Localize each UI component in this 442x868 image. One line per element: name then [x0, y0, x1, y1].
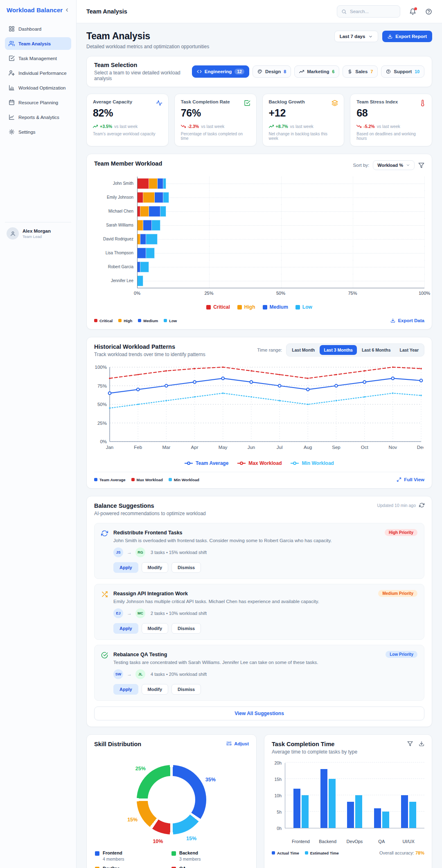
adjust-button[interactable]: Adjust	[226, 741, 249, 746]
dismiss-button[interactable]: Dismiss	[171, 623, 201, 634]
dashboard-icon	[9, 26, 15, 32]
legend-label: Critical	[99, 318, 113, 323]
legend-item-team-average[interactable]: Team Average	[185, 460, 228, 466]
legend-label: Critical	[213, 304, 230, 310]
time-range-last-year[interactable]: Last Year	[395, 345, 423, 355]
dismiss-button[interactable]: Dismiss	[171, 684, 201, 695]
modify-button[interactable]: Modify	[142, 623, 168, 634]
bar-segment-low	[146, 234, 158, 244]
sidebar-item-workload-optimization[interactable]: Workload Optimization	[5, 81, 71, 94]
arrow-right-icon: →	[127, 610, 132, 616]
view-all-suggestions-button[interactable]: View All Suggestions	[94, 707, 424, 720]
bar-segment-low	[140, 262, 149, 272]
estimated-time-bar	[355, 795, 362, 828]
legend-item-max-workload[interactable]: Max Workload	[237, 460, 282, 466]
refresh-icon[interactable]	[419, 502, 424, 508]
team-buttons: Engineering12Design8Marketing6Sales7Supp…	[192, 65, 424, 78]
team-button-support[interactable]: Support10	[381, 65, 424, 78]
sidebar-item-resource-planning[interactable]: Resource Planning	[5, 96, 71, 109]
modify-button[interactable]: Modify	[142, 562, 168, 573]
metric-delta-value: +3.5%	[100, 124, 112, 129]
bar-segment-low	[163, 193, 169, 203]
x-tick-label: UI/UX	[395, 839, 422, 844]
x-tick-label: 25%	[204, 291, 213, 296]
metric-card: Task Completion Rate76%-2.3%vs last week…	[174, 94, 257, 146]
sidebar-item-individual-performance[interactable]: Individual Performance	[5, 67, 71, 79]
team-button-design[interactable]: Design8	[253, 65, 291, 78]
suggestion-title: Redistribute Frontend Tasks	[113, 530, 183, 536]
sort-select[interactable]: Workload %	[373, 160, 415, 170]
x-tick-label: 75%	[348, 291, 357, 296]
member-chip-to: RG	[135, 547, 145, 557]
legend-swatch	[305, 851, 308, 855]
date-range-select[interactable]: Last 7 days	[334, 31, 379, 42]
search-input[interactable]	[350, 9, 396, 14]
skill-legend: Frontend4 membersBackend3 membersDevOps2…	[94, 850, 249, 868]
x-tick-label: DevOps	[341, 839, 368, 844]
team-name: Support	[394, 69, 412, 74]
x-tick-label: Frontend	[287, 839, 314, 844]
sidebar-collapse-icon[interactable]	[64, 7, 70, 13]
apply-button[interactable]: Apply	[113, 562, 138, 573]
sidebar-item-settings[interactable]: Settings	[5, 126, 71, 138]
mini-legend-item: Low	[164, 318, 177, 323]
actual-time-bar	[320, 769, 327, 828]
filter-icon[interactable]	[418, 162, 424, 168]
suggestion-shift-info: 3 tasks • 15% workload shift	[151, 550, 207, 555]
workload-bar-track	[137, 232, 424, 246]
team-selection-card: Team Selection Select a team to view det…	[86, 56, 432, 87]
dismiss-button[interactable]: Dismiss	[171, 562, 201, 573]
modify-button[interactable]: Modify	[142, 684, 168, 695]
legend-item-min-workload[interactable]: Min Workload	[291, 460, 334, 466]
mini-legend-item: Estimated Time	[305, 851, 339, 855]
suggestion-body: Reassign API Integration WorkMedium Prio…	[113, 590, 417, 634]
metric-delta-value: -5.2%	[363, 124, 374, 129]
legend-swatch	[95, 851, 99, 856]
team-member-workload-card: Team Member Workload Sort by: Workload %…	[86, 154, 432, 330]
suggestion-actions: ApplyModifyDismiss	[113, 562, 417, 573]
sidebar-item-dashboard[interactable]: Dashboard	[5, 22, 71, 35]
bar-segment-critical	[138, 179, 149, 189]
search-box[interactable]	[337, 5, 400, 18]
notification-dot	[414, 7, 417, 10]
suggestion-description: Testing tasks are concentrated with Sara…	[113, 660, 417, 665]
sidebar-item-team-analysis[interactable]: Team Analysis	[5, 37, 71, 50]
metric-card: Backlog Growth+12+8.7%vs last weekNet ch…	[262, 94, 345, 146]
metric-value: +12	[269, 107, 338, 119]
full-view-link[interactable]: Full View	[397, 477, 424, 482]
svg-text:May: May	[219, 445, 228, 450]
sidebar-item-label: Individual Performance	[18, 71, 67, 76]
notifications-bell-icon[interactable]	[409, 8, 416, 15]
sidebar-item-task-management[interactable]: Task Management	[5, 52, 71, 65]
download-icon[interactable]	[419, 741, 424, 747]
download-icon	[390, 318, 395, 323]
team-button-engineering[interactable]: Engineering12	[192, 65, 249, 78]
bar-group-frontend	[293, 789, 309, 828]
suggestion-meta: JS→RG3 tasks • 15% workload shift	[113, 547, 417, 557]
legend-label: High	[124, 318, 132, 323]
time-range-last-month[interactable]: Last Month	[288, 345, 319, 355]
sidebar-item-reports-analytics[interactable]: Reports & Analytics	[5, 111, 71, 123]
export-report-button[interactable]: Export Report	[382, 31, 432, 42]
suggestion-actions: ApplyModifyDismiss	[113, 623, 417, 634]
legend-label: Actual Time	[277, 851, 299, 855]
accuracy-value: 78%	[415, 850, 424, 855]
apply-button[interactable]: Apply	[113, 684, 138, 695]
svg-text:Nov: Nov	[389, 445, 397, 450]
team-name: Design	[265, 69, 281, 74]
sidebar-user[interactable]: Alex Morgan Team Lead	[5, 222, 71, 240]
team-selection-subtitle: Select a team to view detailed workload …	[94, 70, 192, 81]
help-icon[interactable]	[425, 8, 432, 15]
team-button-marketing[interactable]: Marketing6	[294, 65, 339, 78]
filter-icon[interactable]	[407, 741, 413, 747]
workload-bar-track	[137, 218, 424, 232]
donut-percent-label: 10%	[153, 839, 163, 844]
export-data-link[interactable]: Export Data	[390, 318, 424, 323]
time-range-last-6-months[interactable]: Last 6 Months	[358, 345, 395, 355]
bar-segment-high	[149, 179, 158, 189]
workload-bar-track	[137, 204, 424, 218]
metric-value: 76%	[181, 107, 250, 119]
time-range-last-3-months[interactable]: Last 3 Months	[320, 345, 357, 355]
apply-button[interactable]: Apply	[113, 623, 138, 634]
team-button-sales[interactable]: Sales7	[343, 65, 378, 78]
